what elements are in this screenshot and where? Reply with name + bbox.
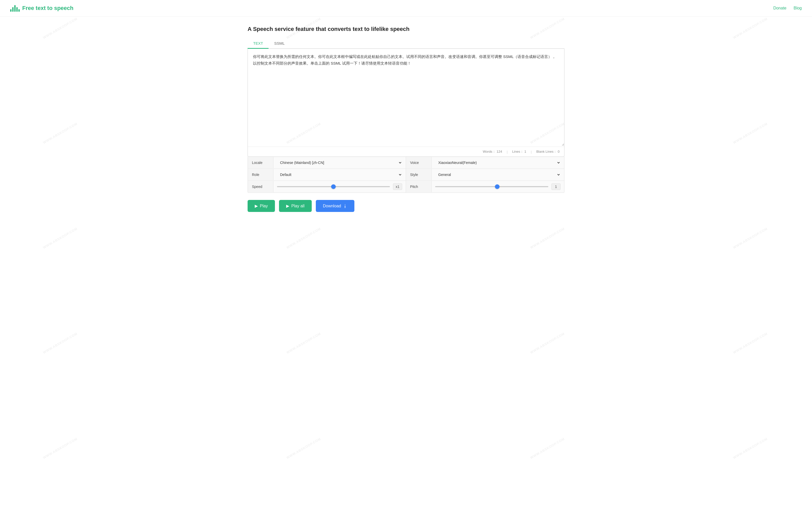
style-select[interactable]: General	[435, 171, 561, 178]
tab-text[interactable]: TEXT	[248, 39, 268, 49]
main-content: A Speech service feature that converts t…	[237, 17, 575, 221]
tabs: TEXT SSML	[248, 39, 564, 49]
text-input[interactable]: 你可将此文本替换为所需的任何文本。你可在此文本框中编写或在此处粘贴你自己的文本。…	[248, 49, 564, 146]
play-icon: ▶	[255, 204, 258, 208]
voice-select[interactable]: XiaoxiaoNeural(Female)	[435, 159, 561, 166]
words-label: Words： 124	[483, 149, 502, 154]
pitch-input-wrapper: 1	[431, 181, 564, 193]
lines-label: Lines： 1	[512, 149, 526, 154]
nav: Donate Blog	[773, 6, 802, 11]
logo-text: Free text to speech	[22, 5, 74, 12]
play-all-label: Play all	[291, 204, 305, 208]
blank-lines-label: Blank Lines： 0	[536, 149, 560, 154]
speed-value: x1	[393, 183, 402, 190]
voice-label: Voice	[406, 157, 431, 168]
style-label: Style	[406, 169, 431, 180]
locale-select[interactable]: Chinese (Mainland) [zh-CN]	[277, 159, 402, 166]
speed-row: Speed x1	[248, 181, 406, 193]
blog-link[interactable]: Blog	[794, 6, 802, 11]
play-all-icon: ▶	[286, 204, 289, 208]
page-title: A Speech service feature that converts t…	[248, 26, 564, 32]
speed-input-wrapper: x1	[274, 181, 406, 193]
header: Free text to speech Donate Blog	[0, 0, 812, 17]
role-select[interactable]: Default	[277, 171, 402, 178]
role-label: Role	[248, 169, 274, 180]
role-input-wrapper: Default	[274, 169, 406, 181]
download-label: Download	[323, 204, 341, 208]
style-input-wrapper: General	[431, 169, 564, 181]
locale-input-wrapper: Chinese (Mainland) [zh-CN]	[274, 157, 406, 168]
role-row: Role Default	[248, 169, 406, 181]
play-button[interactable]: ▶ Play	[248, 200, 275, 212]
download-icon: ⭳	[343, 204, 347, 208]
play-label: Play	[260, 204, 268, 208]
speed-label: Speed	[248, 181, 274, 192]
pitch-slider-container: 1	[435, 183, 561, 190]
speed-slider[interactable]	[277, 186, 390, 187]
style-row: Style General	[406, 169, 564, 181]
textarea-stats: Words： 124 | Lines： 1 | Blank Lines： 0	[248, 147, 564, 156]
logo[interactable]: Free text to speech	[10, 4, 74, 12]
voice-row: Voice XiaoxiaoNeural(Female)	[406, 157, 564, 169]
pitch-label: Pitch	[406, 181, 431, 192]
tab-ssml[interactable]: SSML	[268, 39, 290, 49]
play-all-button[interactable]: ▶ Play all	[279, 200, 312, 212]
locale-label: Locale	[248, 157, 274, 168]
logo-icon	[10, 4, 20, 12]
speed-slider-container: x1	[277, 183, 402, 190]
buttons-row: ▶ Play ▶ Play all Download ⭳	[248, 200, 564, 212]
controls-section: Locale Chinese (Mainland) [zh-CN] Voice …	[248, 157, 564, 193]
pitch-value: 1	[551, 183, 561, 190]
voice-input-wrapper: XiaoxiaoNeural(Female)	[431, 157, 564, 168]
pitch-slider[interactable]	[435, 186, 548, 187]
locale-row: Locale Chinese (Mainland) [zh-CN]	[248, 157, 406, 169]
donate-link[interactable]: Donate	[773, 6, 786, 11]
download-button[interactable]: Download ⭳	[316, 200, 354, 212]
pitch-row: Pitch 1	[406, 181, 564, 193]
textarea-container: 你可将此文本替换为所需的任何文本。你可在此文本框中编写或在此处粘贴你自己的文本。…	[248, 49, 564, 157]
controls-grid: Locale Chinese (Mainland) [zh-CN] Voice …	[248, 157, 564, 193]
